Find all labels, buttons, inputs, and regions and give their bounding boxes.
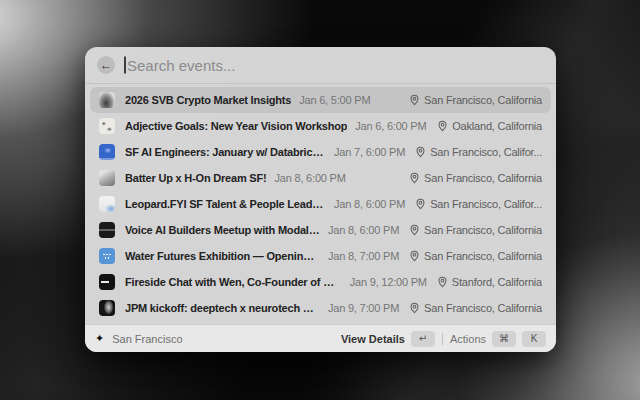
location-text: San Francisco, California (424, 224, 542, 236)
list-item[interactable]: Water Futures Exhibition — Opening Recep… (90, 243, 551, 269)
location-accessory: San Francisco, Califor... (405, 146, 542, 158)
location-pin-icon (409, 94, 420, 106)
location-pin-icon (409, 224, 420, 236)
event-date: Jan 6, 6:00 PM (355, 120, 426, 132)
footer: ✦ San Francisco View Details ↵ Actions ⌘… (85, 324, 556, 352)
list-item[interactable]: Fireside Chat with Wen, Co-Founder of Ge… (90, 269, 551, 295)
event-date: Jan 6, 5:00 PM (299, 94, 370, 106)
list-item[interactable]: Voice AI Builders Meetup with Modal, Pho… (90, 217, 551, 243)
event-thumbnail (99, 170, 115, 186)
location-pin-icon (437, 276, 448, 288)
list-item[interactable]: 2026 SVB Crypto Market Insights Jan 6, 5… (90, 87, 551, 113)
location-text: San Francisco, Califor... (430, 146, 542, 158)
footer-divider (442, 333, 443, 345)
event-list: 2026 SVB Crypto Market Insights Jan 6, 5… (85, 84, 556, 324)
sparkle-icon: ✦ (95, 333, 104, 344)
event-title: SF AI Engineers: January w/ Databricks, … (125, 146, 326, 158)
location-text: San Francisco, California (424, 250, 542, 262)
event-date: Jan 8, 6:00 PM (275, 172, 346, 184)
location-accessory: San Francisco, California (399, 172, 542, 184)
footer-actions: View Details ↵ Actions ⌘ K (341, 331, 546, 347)
event-date: Jan 8, 6:00 PM (328, 224, 399, 236)
desktop-backdrop: ← 2026 SVB Crypto Market Insights Jan 6,… (0, 0, 640, 400)
event-thumbnail (99, 92, 115, 108)
location-text: San Francisco, California (424, 94, 542, 106)
event-title: Voice AI Builders Meetup with Modal, Pho… (125, 224, 320, 236)
event-thumbnail (99, 274, 115, 290)
view-details-label: View Details (341, 333, 405, 345)
location-pin-icon (409, 172, 420, 184)
arrow-left-icon: ← (100, 59, 112, 71)
location-accessory: San Francisco, California (399, 224, 542, 236)
location-text: San Francisco, Califor... (430, 198, 542, 210)
event-title: Fireside Chat with Wen, Co-Founder of Ge… (125, 276, 342, 288)
event-date: Jan 8, 7:00 PM (328, 250, 399, 262)
event-thumbnail (99, 118, 115, 134)
back-button[interactable]: ← (97, 56, 115, 74)
return-key-badge: ↵ (411, 331, 435, 347)
location-accessory: San Francisco, Califor... (405, 198, 542, 210)
location-accessory: San Francisco, California (399, 94, 542, 106)
event-title: Batter Up x H-On Dream SF! (125, 172, 267, 184)
event-title: Leopard.FYI SF Talent & People Leaders 💜… (125, 198, 326, 211)
location-pin-icon (437, 120, 448, 132)
event-thumbnail (99, 196, 115, 212)
search-input-wrap (124, 57, 544, 74)
list-item[interactable]: JPM kickoff: deeptech x neurotech pregam… (90, 295, 551, 321)
event-title: JPM kickoff: deeptech x neurotech pregam… (125, 302, 320, 314)
event-thumbnail (99, 144, 115, 160)
location-pin-icon (409, 250, 420, 262)
actions-button[interactable]: Actions ⌘ K (450, 331, 546, 347)
cmd-key-badge: ⌘ (492, 331, 516, 347)
event-date: Jan 9, 12:00 PM (350, 276, 427, 288)
list-item[interactable]: Adjective Goals: New Year Vision Worksho… (90, 113, 551, 139)
location-text: San Francisco, California (424, 172, 542, 184)
actions-label: Actions (450, 333, 486, 345)
event-title: Water Futures Exhibition — Opening Recep… (125, 250, 320, 262)
event-thumbnail (99, 248, 115, 264)
search-input[interactable] (124, 57, 544, 74)
event-title: Adjective Goals: New Year Vision Worksho… (125, 120, 347, 132)
list-item[interactable]: Batter Up x H-On Dream SF! Jan 8, 6:00 P… (90, 165, 551, 191)
location-accessory: Oakland, California (427, 120, 542, 132)
event-title: 2026 SVB Crypto Market Insights (125, 94, 291, 106)
location-text: Oakland, California (452, 120, 542, 132)
context-label: San Francisco (112, 333, 182, 345)
location-pin-icon (415, 198, 426, 210)
event-date: Jan 9, 7:00 PM (328, 302, 399, 314)
command-palette: ← 2026 SVB Crypto Market Insights Jan 6,… (85, 47, 556, 352)
text-caret (124, 57, 126, 74)
view-details-button[interactable]: View Details ↵ (341, 331, 435, 347)
list-item[interactable]: SF AI Engineers: January w/ Databricks, … (90, 139, 551, 165)
location-pin-icon (409, 302, 420, 314)
location-accessory: Stanford, California (427, 276, 542, 288)
location-pin-icon (415, 146, 426, 158)
location-accessory: San Francisco, California (399, 250, 542, 262)
location-text: Stanford, California (452, 276, 542, 288)
location-accessory: San Francisco, California (399, 302, 542, 314)
event-thumbnail (99, 222, 115, 238)
location-text: San Francisco, California (424, 302, 542, 314)
k-key-badge: K (522, 331, 546, 347)
search-bar: ← (85, 47, 556, 83)
list-item[interactable]: Leopard.FYI SF Talent & People Leaders 💜… (90, 191, 551, 217)
event-date: Jan 8, 6:00 PM (334, 198, 405, 210)
event-date: Jan 7, 6:00 PM (334, 146, 405, 158)
event-thumbnail (99, 300, 115, 316)
